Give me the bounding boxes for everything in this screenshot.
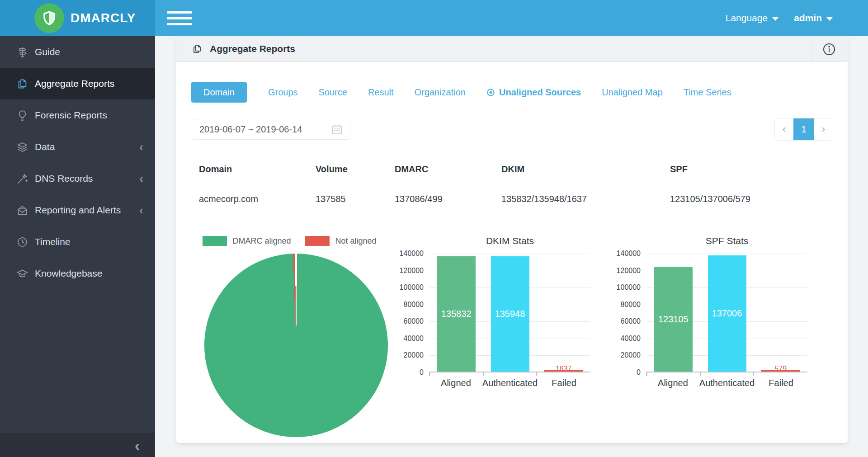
y-tick-label: 120000 — [617, 267, 641, 275]
bar-slot: 579 — [754, 254, 807, 372]
x-axis-label: Aligned — [429, 378, 482, 388]
bar-slot: 137006 — [700, 254, 754, 372]
chevron-down-icon — [826, 17, 833, 21]
chevron-left-icon: ‹ — [139, 141, 143, 153]
tab-time-series[interactable]: Time Series — [684, 87, 731, 98]
legend-entry-not-aligned: Not aligned — [305, 236, 376, 246]
envelope-icon — [16, 204, 28, 217]
shield-icon — [34, 3, 64, 33]
cell-domain: acmecorp.com — [199, 194, 316, 204]
bar-value-label: 135832 — [441, 309, 472, 319]
bar-authenticated: 137006 — [708, 255, 746, 372]
bar-failed — [761, 370, 800, 372]
dmarc-pie — [204, 254, 388, 437]
tab-domain[interactable]: Domain — [191, 82, 247, 103]
bar-value-label: 123105 — [658, 314, 689, 325]
bar-failed — [544, 370, 583, 372]
column-header-dkim: DKIM — [501, 164, 670, 174]
card-body: Domain Groups Source Result Organization… — [176, 82, 848, 437]
plot-area: 123105137006579 — [646, 254, 807, 372]
chevron-left-icon: ‹ — [139, 173, 143, 184]
sidebar: Guide Aggregate Reports Forensic Reports… — [0, 36, 155, 457]
calendar-icon — [331, 123, 343, 136]
bar-value-label: 137006 — [712, 308, 742, 319]
chart-area: 020000400006000080000100000120000140000 … — [611, 254, 828, 372]
bar-value-label: 579 — [754, 365, 807, 373]
documents-icon — [16, 78, 28, 90]
hamburger-icon[interactable] — [167, 8, 192, 29]
pie-legend: DMARC aligned Not aligned — [191, 236, 388, 246]
sidebar-item-forensic-reports[interactable]: Forensic Reports — [0, 99, 155, 131]
pagination: ‹ 1 › — [774, 118, 833, 141]
pagination-prev-button[interactable]: ‹ — [775, 118, 793, 140]
y-axis: 020000400006000080000100000120000140000 — [611, 254, 646, 372]
y-tick-label: 40000 — [404, 335, 424, 343]
charts-row: DMARC aligned Not aligned DKIM Stats 020… — [191, 236, 833, 437]
legend-swatch-red — [305, 236, 330, 246]
chart-title: SPF Stats — [646, 236, 807, 247]
content-card: Aggregate Reports Domain Groups Source R… — [176, 36, 848, 443]
sidebar-item-label: Forensic Reports — [35, 110, 107, 121]
x-axis-label: Authenticated — [699, 378, 755, 388]
aggregate-table: Domain Volume DMARC DKIM SPF acmecorp.co… — [191, 157, 833, 216]
bullseye-icon — [486, 88, 495, 97]
y-tick-label: 100000 — [400, 283, 424, 292]
bar-slot: 1637 — [537, 254, 590, 372]
sidebar-item-label: DNS Records — [35, 173, 93, 184]
table-header-row: Domain Volume DMARC DKIM SPF — [191, 157, 833, 182]
chart-area: 020000400006000080000100000120000140000 … — [394, 254, 611, 372]
chevron-left-icon: ‹ — [139, 204, 143, 216]
tab-unaligned-sources[interactable]: Unaligned Sources — [486, 87, 581, 98]
sidebar-item-data[interactable]: Data ‹ — [0, 131, 155, 163]
user-label: admin — [794, 13, 822, 24]
documents-icon — [192, 43, 203, 54]
graduation-cap-icon — [16, 268, 28, 280]
x-axis: AlignedAuthenticatedFailed — [646, 378, 807, 388]
bar-slot: 135832 — [429, 254, 483, 372]
legend-swatch-green — [203, 236, 227, 246]
x-axis-label: Failed — [538, 378, 590, 388]
brand-name: DMARCLY — [71, 11, 136, 25]
column-header-domain: Domain — [199, 164, 316, 174]
tab-groups[interactable]: Groups — [268, 87, 298, 98]
legend-entry-aligned: DMARC aligned — [203, 236, 291, 246]
tab-unaligned-map[interactable]: Unaligned Map — [602, 87, 663, 98]
y-tick-label: 60000 — [621, 317, 641, 325]
sidebar-item-guide[interactable]: Guide — [0, 36, 155, 68]
y-tick-label: 20000 — [404, 351, 424, 359]
signpost-icon — [16, 46, 28, 58]
language-menu[interactable]: Language — [726, 13, 778, 24]
tab-source[interactable]: Source — [319, 87, 347, 98]
bar-authenticated: 135948 — [491, 256, 529, 372]
language-label: Language — [726, 13, 768, 24]
y-tick-label: 100000 — [617, 283, 641, 292]
y-tick-label: 80000 — [621, 301, 641, 309]
topbar: DMARCLY Language admin — [0, 0, 868, 36]
y-tick-label: 140000 — [617, 250, 641, 258]
tab-organization[interactable]: Organization — [415, 87, 466, 98]
user-menu[interactable]: admin — [794, 13, 833, 24]
x-axis: AlignedAuthenticatedFailed — [429, 378, 590, 388]
card-header: Aggregate Reports — [176, 36, 848, 62]
sidebar-item-aggregate-reports[interactable]: Aggregate Reports — [0, 68, 155, 99]
legend-label: DMARC aligned — [232, 236, 291, 246]
sidebar-collapse-button[interactable]: ‹ — [135, 438, 140, 453]
header-divider — [811, 36, 811, 61]
date-range-picker[interactable]: 2019-06-07 ~ 2019-06-14 — [191, 119, 350, 140]
tab-result[interactable]: Result — [368, 87, 394, 98]
sidebar-item-reporting-and-alerts[interactable]: Reporting and Alerts ‹ — [0, 194, 155, 226]
pagination-page-1[interactable]: 1 — [793, 118, 814, 140]
dkim-stats-chart: DKIM Stats 02000040000600008000010000012… — [394, 236, 611, 437]
tab-label: Unaligned Sources — [499, 87, 581, 98]
sidebar-item-dns-records[interactable]: DNS Records ‹ — [0, 163, 155, 194]
x-axis-label: Failed — [755, 378, 807, 388]
report-tabs: Domain Groups Source Result Organization… — [191, 82, 833, 103]
y-tick-label: 80000 — [404, 301, 424, 309]
sidebar-item-timeline[interactable]: Timeline — [0, 226, 155, 258]
sidebar-item-knowledgebase[interactable]: Knowledgebase — [0, 258, 155, 289]
brand-logo[interactable]: DMARCLY — [0, 0, 155, 36]
chart-title: DKIM Stats — [429, 236, 590, 247]
y-tick-label: 0 — [637, 368, 641, 377]
pagination-next-button[interactable]: › — [814, 118, 833, 140]
info-circle-icon[interactable] — [822, 42, 836, 57]
